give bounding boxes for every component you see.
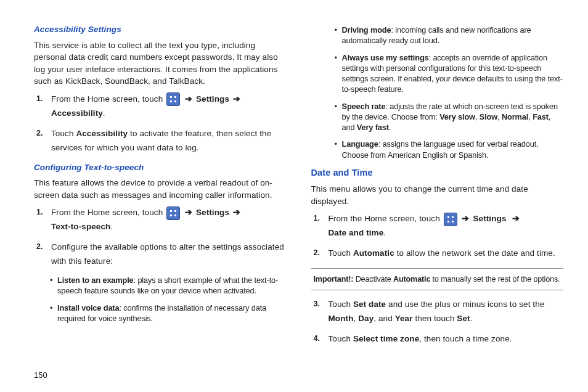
day-label: Day: [358, 314, 374, 323]
important-label: Important!:: [314, 275, 354, 284]
label: Driving mode: [342, 25, 391, 35]
datetime-steps-b: 3. Touch Set date and use the plus or mi…: [311, 298, 564, 346]
datetime-intro: This menu allows you to change the curre…: [311, 183, 564, 207]
label: Listen to an example: [57, 276, 134, 285]
datetime-step-4: 4. Touch Select time zone, then touch a …: [329, 332, 564, 346]
bullet-listen-example: Listen to an example: plays a short exam…: [57, 275, 287, 296]
bullet-language: Language: assigns the language used for …: [342, 139, 564, 160]
accessibility-step-2: 2. Touch Accessibility to activate the f…: [51, 127, 287, 155]
period: .: [103, 108, 105, 118]
heading-tts: Configuring Text-to-speech: [34, 161, 287, 174]
datetime-step-2: 2. Touch Automatic to allow the network …: [329, 247, 564, 261]
normal: Normal: [502, 112, 528, 121]
text: Touch: [329, 300, 353, 309]
step-number: 2.: [36, 240, 43, 253]
text: From the Home screen, touch: [51, 94, 165, 104]
arrow-icon: ➔: [462, 214, 469, 223]
text: to allow the network set the date and ti…: [394, 248, 555, 258]
set-label: Set: [457, 314, 470, 323]
tts-intro: This feature allows the device to provid…: [34, 177, 287, 201]
right-column: Driving mode: incoming calls and new nor…: [311, 22, 564, 353]
sep: ,: [497, 112, 502, 121]
accessibility-label: Accessibility: [76, 129, 128, 138]
accessibility-intro: This service is able to collect all the …: [34, 39, 287, 88]
accessibility-steps: 1. From the Home screen, touch ➔ Setting…: [34, 92, 287, 155]
datetime-steps-a: 1. From the Home screen, touch ➔ Setting…: [311, 212, 564, 261]
tts-step-2: 2. Configure the available options to al…: [51, 240, 287, 269]
date-time-label: Date and time: [329, 228, 384, 237]
apps-icon: [166, 206, 180, 220]
datetime-step-3: 3. Touch Set date and use the plus or mi…: [329, 298, 564, 326]
period: .: [110, 222, 113, 231]
set-date-label: Set date: [353, 300, 386, 309]
text: to manually set the rest of the options.: [430, 275, 560, 284]
text: then touch: [413, 314, 457, 323]
step-number: 2.: [36, 127, 43, 140]
bullet-always-use: Always use my settings: accepts an overr…: [342, 52, 564, 95]
very-slow: Very slow: [439, 112, 475, 121]
settings-label: Settings: [473, 214, 506, 223]
tts-bullets: Listen to an example: plays a short exam…: [34, 275, 287, 324]
step-number: 4.: [314, 332, 321, 345]
left-column: Accessibility Settings This service is a…: [34, 22, 287, 353]
text: Configure the available options to alter…: [51, 242, 284, 266]
text: Deactivate: [353, 275, 393, 284]
year-label: Year: [395, 314, 413, 323]
page-content: Accessibility Settings This service is a…: [0, 0, 588, 365]
text: Touch: [329, 334, 353, 343]
bullet-install-voice: Install voice data: confirms the install…: [57, 303, 287, 324]
text: Touch: [329, 248, 353, 258]
period: .: [389, 123, 391, 132]
arrow-icon: ➔: [512, 214, 520, 223]
automatic-label: Automatic: [393, 275, 430, 284]
arrow-icon: ➔: [233, 94, 240, 104]
step-number: 1.: [36, 206, 43, 219]
settings-label: Settings: [196, 94, 229, 104]
label: Always use my settings: [342, 53, 429, 62]
text: From the Home screen, touch: [329, 214, 443, 223]
text: From the Home screen, touch: [51, 208, 165, 217]
slow: Slow: [480, 112, 497, 121]
text: Touch: [51, 129, 76, 138]
settings-label: Settings: [196, 208, 229, 217]
right-bullets: Driving mode: incoming calls and new nor…: [311, 25, 564, 160]
label: Language: [342, 139, 378, 149]
heading-accessibility: Accessibility Settings: [34, 23, 287, 36]
label: Speech rate: [342, 102, 386, 111]
tts-label: Text-to-speech: [51, 222, 110, 231]
step-number: 1.: [314, 212, 321, 225]
automatic-label: Automatic: [353, 248, 394, 258]
text: and use the plus or minus icons to set t…: [386, 300, 544, 309]
fast: Fast: [533, 112, 549, 121]
important-note: Important!: Deactivate Automatic to manu…: [311, 268, 564, 290]
bullet-speech-rate: Speech rate: adjusts the rate at which o…: [342, 101, 564, 133]
datetime-step-1: 1. From the Home screen, touch ➔ Setting…: [329, 212, 564, 240]
heading-date-time: Date and Time: [311, 166, 564, 179]
arrow-icon: ➔: [185, 208, 192, 217]
text: , and: [374, 314, 394, 323]
tts-steps: 1. From the Home screen, touch ➔ Setting…: [34, 206, 287, 269]
very-fast: Very fast: [357, 123, 389, 132]
label: Install voice data: [57, 303, 119, 312]
month-label: Month: [329, 314, 354, 323]
apps-icon: [166, 92, 180, 106]
arrow-icon: ➔: [185, 94, 192, 104]
accessibility-step-1: 1. From the Home screen, touch ➔ Setting…: [51, 92, 287, 121]
step-number: 1.: [36, 92, 43, 105]
text: , then touch a time zone.: [419, 334, 512, 343]
apps-icon: [444, 213, 457, 226]
step-number: 2.: [314, 247, 321, 259]
sep: ,: [475, 112, 480, 121]
select-tz-label: Select time zone: [353, 334, 419, 343]
accessibility-label: Accessibility: [51, 108, 103, 118]
bullet-driving-mode: Driving mode: incoming calls and new nor…: [342, 25, 564, 46]
page-number: 150: [34, 370, 47, 380]
period: .: [470, 314, 473, 323]
tts-step-1: 1. From the Home screen, touch ➔ Setting…: [51, 206, 287, 234]
arrow-icon: ➔: [233, 208, 240, 217]
step-number: 3.: [314, 298, 321, 311]
period: .: [383, 228, 386, 237]
